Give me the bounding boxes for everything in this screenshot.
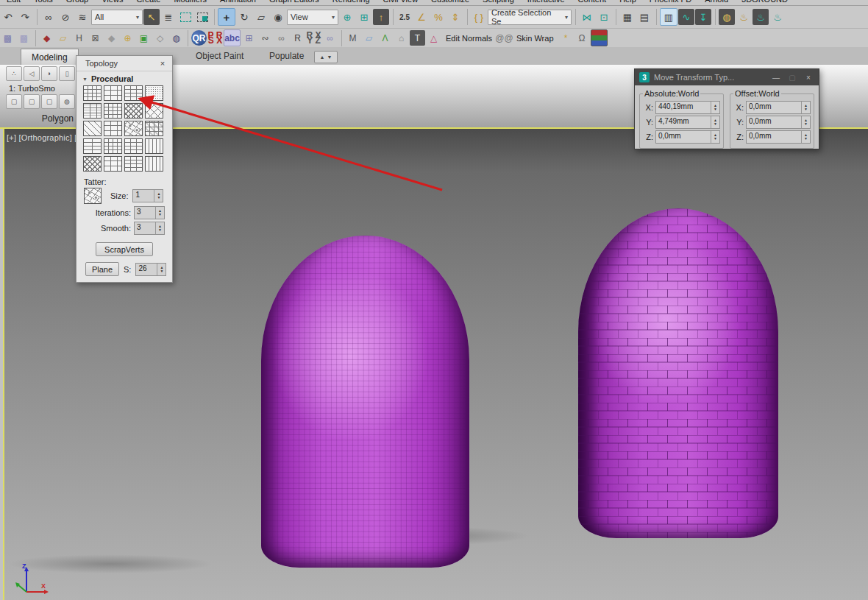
quick-render-icon[interactable]: QR xyxy=(191,30,207,46)
topology-pattern-crosshatch[interactable] xyxy=(124,103,143,119)
spinner-arrows-icon[interactable] xyxy=(711,131,719,143)
topology-pattern-stones[interactable] xyxy=(104,103,122,119)
select-and-place-icon[interactable]: ◉ xyxy=(270,9,286,25)
springs-icon[interactable]: @@ xyxy=(497,30,512,46)
skin-wrap-button[interactable]: Skin Wrap xyxy=(513,34,558,43)
stack-option-button-1[interactable]: ▢ xyxy=(6,94,22,109)
redo-icon[interactable]: ↷ xyxy=(17,9,33,25)
spinner-arrows-icon[interactable] xyxy=(157,264,166,275)
menu-content[interactable]: Content xyxy=(572,0,613,5)
subobject-button-3[interactable]: ◗ xyxy=(41,66,57,81)
menu-create[interactable]: Create xyxy=(129,0,167,5)
procedural-section-header[interactable]: ▼ Procedural xyxy=(82,74,172,83)
minimize-icon[interactable]: — xyxy=(770,74,782,82)
select-by-name-icon[interactable]: ≣ xyxy=(160,9,177,25)
topology-pattern-stripes[interactable] xyxy=(145,138,163,154)
spinner-arrows-icon[interactable] xyxy=(711,102,719,113)
topology-pattern-steps[interactable] xyxy=(104,156,122,172)
magic-wand-icon[interactable]: * xyxy=(558,30,574,46)
select-and-rotate-icon[interactable]: ↻ xyxy=(236,9,252,25)
stack-option-button-2[interactable]: ▢ xyxy=(24,94,40,109)
select-and-scale-icon[interactable]: ▱ xyxy=(253,9,269,25)
free-transform-icon[interactable]: ⊕ xyxy=(120,30,135,46)
topology-pattern-bricks-dense[interactable] xyxy=(124,138,143,154)
capsule-object-quads[interactable] xyxy=(261,236,469,568)
offset-x-field[interactable]: 0,0mm xyxy=(746,101,811,114)
align-icon[interactable]: ⊡ xyxy=(596,9,612,25)
select-and-move-icon[interactable]: + xyxy=(218,8,235,26)
menu-phoenix-fd[interactable]: Phoenix FD xyxy=(643,0,698,5)
unlink-selection-icon[interactable]: ⊘ xyxy=(57,9,74,25)
topology-pattern-grid-mixed[interactable] xyxy=(104,121,122,136)
topology-pattern-bricks[interactable] xyxy=(124,85,143,101)
smooth-spinner[interactable]: 3 xyxy=(134,222,165,235)
menu-scripting[interactable]: Scripting xyxy=(476,0,521,5)
menu-graph-editors[interactable]: Graph Editors xyxy=(263,0,326,5)
topology-pattern-diamond[interactable] xyxy=(145,103,163,119)
text-abc-icon[interactable]: abc xyxy=(224,29,241,46)
box-fold-icon[interactable]: ▱ xyxy=(55,30,71,46)
vertex-color-c-icon[interactable]: ▩ xyxy=(0,30,15,46)
spinner-arrows-icon[interactable] xyxy=(155,207,164,219)
subobject-button-4[interactable]: ▯ xyxy=(59,66,75,81)
max-curve-icon[interactable]: M xyxy=(345,30,360,46)
viewport-label[interactable]: [+] [Orthographic] [ xyxy=(7,133,77,142)
material-editor-icon[interactable]: ◍ xyxy=(719,9,735,25)
rendered-frame-window-icon[interactable]: ♨ xyxy=(753,9,769,25)
capsule-object-bricks[interactable] xyxy=(578,208,778,538)
tab-populate[interactable]: Populate xyxy=(269,51,304,61)
subobject-button-2[interactable]: ◁ xyxy=(24,66,40,81)
spinner-arrows-icon[interactable] xyxy=(801,116,810,128)
sphere-grid-icon[interactable]: ◍ xyxy=(168,30,184,46)
dialog-titlebar[interactable]: 3 Move Transform Typ... — ▢ × xyxy=(635,69,819,85)
shield-icon[interactable]: ⌂ xyxy=(394,30,409,46)
tab-object-paint[interactable]: Object Paint xyxy=(196,51,243,61)
topology-pattern-bricks-frame[interactable] xyxy=(124,156,143,172)
toggle-scene-explorer-icon[interactable]: ▦ xyxy=(619,9,636,25)
close-icon[interactable]: × xyxy=(158,59,167,68)
noodle-constraint-icon[interactable]: ∾ xyxy=(257,30,273,46)
tatter-pattern-icon[interactable] xyxy=(84,188,102,204)
menu-tools[interactable]: Tools xyxy=(27,0,60,5)
slice-planes-icon[interactable]: ▱ xyxy=(361,30,377,46)
spinner-arrows-icon[interactable] xyxy=(801,131,810,143)
menu-arnold[interactable]: Arnold xyxy=(698,0,735,5)
spinner-snap-icon[interactable]: ⇕ xyxy=(447,9,463,25)
topology-pattern-herringbone[interactable] xyxy=(83,156,102,172)
clone-options-icon[interactable]: ⊞ xyxy=(241,30,257,46)
soft-selection-icon[interactable]: △ xyxy=(426,30,441,46)
topology-pattern-circles[interactable] xyxy=(145,85,163,101)
selection-filter-dropdown[interactable]: All▾ xyxy=(91,10,143,25)
cursor-r-icon[interactable]: R xyxy=(290,30,305,46)
render-setup-icon[interactable]: ♨ xyxy=(736,9,752,25)
subobject-button-1[interactable]: ∴ xyxy=(6,66,22,81)
toggle-ribbon-icon[interactable]: ▥ xyxy=(660,8,677,26)
menu-interactive[interactable]: Interactive xyxy=(521,0,572,5)
size-spinner[interactable]: 1 xyxy=(132,189,163,202)
edit-named-selection-sets-icon[interactable]: { } xyxy=(471,9,487,25)
topology-pattern-voronoi[interactable] xyxy=(124,121,143,136)
rectangular-selection-region-icon[interactable] xyxy=(177,9,193,25)
keyboard-shortcut-override-icon[interactable]: ↑ xyxy=(373,9,389,25)
use-pivot-point-center-icon[interactable]: ⊕ xyxy=(339,9,355,25)
maximize-icon[interactable]: ▢ xyxy=(786,74,798,82)
reference-coordinate-system-dropdown[interactable]: View▾ xyxy=(287,10,338,25)
offset-z-field[interactable]: 0,0mm xyxy=(746,130,811,144)
modifier-stack-entry[interactable]: 1: TurboSmo xyxy=(9,84,77,93)
named-selection-sets-dropdown[interactable]: Create Selection Se▾ xyxy=(488,10,572,25)
spinner-arrows-icon[interactable] xyxy=(801,102,810,113)
stack-option-button-4[interactable]: ◍ xyxy=(59,94,75,109)
mirror-icon[interactable]: ⋈ xyxy=(579,9,595,25)
snaps-toggle-icon[interactable]: 2.5 xyxy=(396,9,413,25)
menu-civil-view[interactable]: Civil View xyxy=(377,0,424,5)
absolute-x-field[interactable]: 440,19mm xyxy=(655,101,720,114)
tab-modeling[interactable]: Modeling xyxy=(21,49,79,65)
topology-pattern-diagonal[interactable] xyxy=(83,121,102,136)
spinner-arrows-icon[interactable] xyxy=(711,116,719,128)
menu-views[interactable]: Views xyxy=(95,0,129,5)
topology-pattern-panels[interactable] xyxy=(104,85,122,101)
schematic-view-icon[interactable]: ↧ xyxy=(695,9,711,25)
select-object-icon[interactable]: ↖ xyxy=(143,9,160,25)
pinwheel-modifier-icon[interactable]: ◆ xyxy=(39,30,54,46)
menu-edit[interactable]: Edit xyxy=(0,0,27,5)
